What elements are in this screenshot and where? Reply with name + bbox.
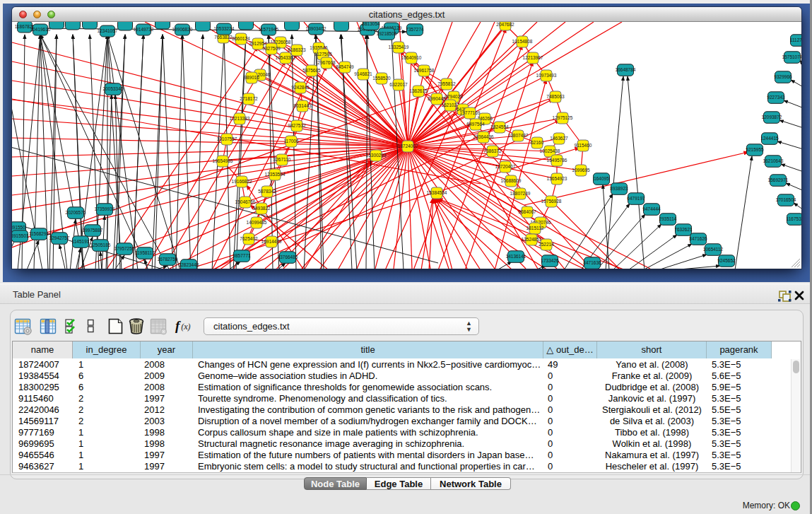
svg-text:9227343: 9227343	[767, 95, 785, 100]
svg-text:3493822: 3493822	[252, 206, 271, 211]
svg-text:1815112: 1815112	[526, 226, 544, 230]
svg-text:1558520: 1558520	[372, 76, 391, 81]
svg-text:7485063: 7485063	[546, 94, 565, 99]
svg-text:16914479: 16914479	[261, 239, 282, 244]
svg-text:12341057: 12341057	[98, 28, 118, 33]
svg-text:10543362: 10543362	[276, 55, 296, 60]
svg-text:13903402: 13903402	[306, 26, 326, 31]
svg-text:1244415: 1244415	[760, 136, 779, 141]
svg-text:17359934: 17359934	[95, 206, 115, 211]
svg-text:10107557: 10107557	[217, 136, 237, 141]
svg-text:11571945: 11571945	[259, 27, 279, 32]
svg-text:9127508: 9127508	[314, 52, 332, 57]
svg-text:19149732: 19149732	[134, 27, 154, 32]
svg-text:3912954: 3912954	[249, 41, 267, 46]
svg-text:62160: 62160	[531, 140, 543, 145]
svg-text:989016: 989016	[244, 75, 259, 80]
svg-text:9684067: 9684067	[518, 209, 536, 214]
svg-text:11568291: 11568291	[29, 231, 49, 236]
svg-text:15751074: 15751074	[782, 54, 801, 59]
svg-text:8660124: 8660124	[232, 36, 250, 41]
svg-text:7357274: 7357274	[406, 27, 424, 32]
svg-text:1733426: 1733426	[541, 258, 559, 263]
svg-text:16648784: 16648784	[616, 67, 636, 72]
svg-text:20053346: 20053346	[103, 86, 124, 91]
svg-text:12093872: 12093872	[762, 115, 782, 119]
svg-text:16961758: 16961758	[414, 68, 435, 73]
svg-text:17957255: 17957255	[114, 246, 135, 251]
svg-text:6322017: 6322017	[389, 82, 408, 87]
svg-text:9115460: 9115460	[575, 143, 592, 148]
svg-text:9146821: 9146821	[354, 71, 372, 76]
svg-text:252214: 252214	[539, 242, 554, 247]
svg-text:9474444: 9474444	[642, 206, 661, 211]
svg-text:10025438: 10025438	[540, 148, 560, 153]
svg-text:6497564: 6497564	[466, 122, 485, 127]
svg-text:12505185: 12505185	[90, 243, 111, 247]
svg-text:1167533: 1167533	[787, 216, 801, 221]
svg-text:1112745: 1112745	[790, 37, 801, 42]
svg-text:10533224: 10533224	[214, 26, 235, 31]
svg-text:15384554: 15384554	[427, 190, 447, 195]
svg-text:15300293: 15300293	[366, 153, 387, 158]
svg-text:9242845: 9242845	[291, 85, 310, 90]
svg-text:164095: 164095	[594, 176, 609, 181]
svg-text:19975887: 19975887	[83, 228, 103, 233]
svg-text:3824554: 3824554	[490, 124, 509, 129]
svg-text:7625402: 7625402	[240, 236, 258, 241]
svg-text:3267110: 3267110	[273, 157, 291, 162]
svg-text:13654923: 13654923	[547, 176, 567, 181]
svg-text:10688609: 10688609	[501, 178, 522, 183]
svg-text:391550: 391550	[12, 225, 25, 230]
svg-text:8471636: 8471636	[583, 260, 601, 265]
svg-text:12823448: 12823448	[179, 262, 199, 267]
svg-text:11958117: 11958117	[135, 250, 155, 255]
svg-text:14136141: 14136141	[506, 254, 526, 259]
svg-text:12353594: 12353594	[265, 172, 286, 177]
svg-text:12975125: 12975125	[553, 115, 573, 120]
svg-text:5215955: 5215955	[746, 147, 764, 152]
svg-text:5875685: 5875685	[302, 68, 321, 73]
svg-text:13325419: 13325419	[389, 45, 409, 49]
svg-text:8031443: 8031443	[293, 103, 312, 108]
svg-text:15046766: 15046766	[235, 199, 256, 204]
svg-text:16210643: 16210643	[763, 158, 784, 163]
svg-text:10756928: 10756928	[541, 199, 562, 204]
svg-text:6479197: 6479197	[627, 196, 645, 201]
svg-text:2047682: 2047682	[496, 22, 514, 27]
svg-text:1099695: 1099695	[572, 168, 590, 173]
svg-text:7663822: 7663822	[214, 35, 233, 40]
svg-text:19166822: 19166822	[232, 179, 252, 184]
svg-text:19777169: 19777169	[460, 110, 481, 115]
svg-text:8454749: 8454749	[336, 64, 354, 69]
svg-text:7632621: 7632621	[674, 227, 693, 232]
svg-text:12213383: 12213383	[230, 116, 250, 121]
svg-text:1463627: 1463627	[550, 136, 568, 141]
svg-text:12213967: 12213967	[523, 55, 543, 60]
svg-text:7386372: 7386372	[483, 148, 502, 153]
svg-text:8471626: 8471626	[689, 236, 707, 241]
svg-text:117006: 117006	[283, 139, 299, 144]
svg-text:9327509: 9327509	[262, 46, 281, 51]
svg-text:(x): (x)	[181, 322, 191, 332]
svg-text:19654985: 19654985	[213, 158, 233, 163]
svg-text:9329966: 9329966	[774, 74, 792, 79]
svg-text:9857771: 9857771	[233, 253, 251, 258]
svg-text:7955812: 7955812	[437, 81, 456, 86]
svg-text:f: f	[175, 318, 181, 333]
svg-text:9427532: 9427532	[288, 123, 306, 128]
svg-text:2935114: 2935114	[659, 216, 677, 221]
svg-text:2718172: 2718172	[240, 96, 258, 101]
svg-text:14099485: 14099485	[247, 220, 267, 225]
svg-text:10419610: 10419610	[30, 27, 51, 32]
svg-text:20206576: 20206576	[66, 210, 86, 215]
svg-text:13524851: 13524851	[522, 237, 542, 242]
svg-text:9245652: 9245652	[717, 258, 736, 263]
svg-text:8186323: 8186323	[288, 47, 306, 52]
svg-text:8938923: 8938923	[610, 186, 628, 191]
svg-text:13720407: 13720407	[495, 164, 516, 169]
svg-text:10654112: 10654112	[703, 247, 724, 252]
svg-text:18724007: 18724007	[398, 144, 418, 148]
svg-text:8990448: 8990448	[428, 96, 446, 101]
svg-text:8813054: 8813054	[362, 22, 380, 26]
